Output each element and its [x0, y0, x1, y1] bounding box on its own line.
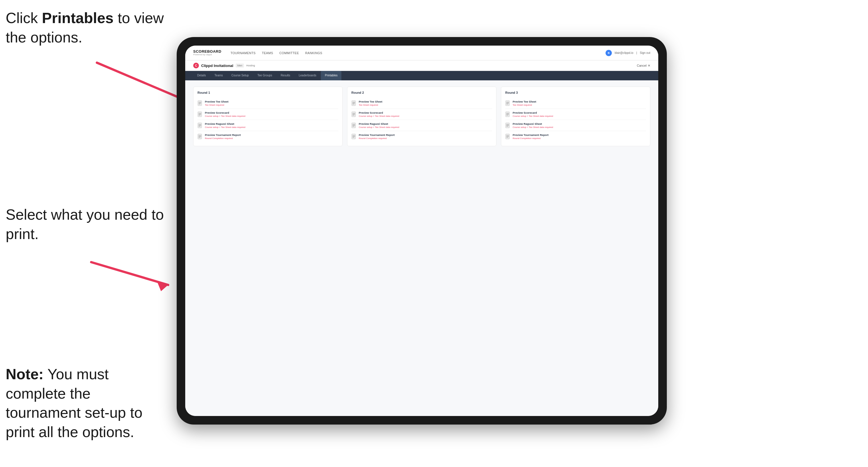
round-1-tournament-report-subtitle: Round Completion required — [205, 137, 338, 139]
round-2-raguzzi[interactable]: Preview Raguzzi Sheet Course setup + Tee… — [351, 120, 492, 131]
round-1-tee-sheet-subtitle: Tee Sheet required — [205, 104, 338, 106]
round-1-section: Round 1 Preview Tee Sheet Tee Sheet requ… — [193, 87, 343, 146]
tab-printables[interactable]: Printables — [321, 71, 341, 80]
round-2-raguzzi-title: Preview Raguzzi Sheet — [359, 122, 492, 125]
round-1-scorecard[interactable]: Preview Scorecard Course setup + Tee She… — [197, 109, 338, 120]
round-2-tee-sheet-subtitle: Tee Sheet required — [359, 104, 492, 106]
round-3-tee-sheet-subtitle: Tee Sheet required — [513, 104, 646, 106]
tab-tee-groups[interactable]: Tee Groups — [253, 71, 276, 80]
round-1-tee-sheet[interactable]: Preview Tee Sheet Tee Sheet required — [197, 98, 338, 109]
round-2-scorecard-text: Preview Scorecard Course setup + Tee She… — [359, 111, 492, 117]
nav-committee[interactable]: COMMITTEE — [279, 51, 299, 55]
tab-teams[interactable]: Teams — [211, 71, 227, 80]
round-1-title: Round 1 — [197, 91, 338, 94]
brand-sub: Powered by clippd — [193, 54, 221, 56]
document-icon — [351, 134, 356, 139]
tab-nav: Details Teams Course Setup Tee Groups Re… — [185, 71, 658, 80]
round-1-scorecard-title: Preview Scorecard — [205, 111, 338, 114]
brand: SCOREBOARD Powered by clippd — [193, 50, 221, 56]
round-2-tee-sheet-text: Preview Tee Sheet Tee Sheet required — [359, 100, 492, 106]
round-2-tee-sheet[interactable]: Preview Tee Sheet Tee Sheet required — [351, 98, 492, 109]
brand-title: SCOREBOARD — [193, 50, 221, 54]
tournament-badge: Men — [236, 64, 244, 67]
nav-teams[interactable]: TEAMS — [262, 51, 273, 55]
hosting-badge: Hosting — [246, 64, 255, 67]
tab-leaderboards[interactable]: Leaderboards — [294, 71, 320, 80]
document-icon — [351, 112, 356, 117]
nav-rankings[interactable]: RANKINGS — [305, 51, 322, 55]
document-icon — [505, 100, 510, 106]
top-nav: SCOREBOARD Powered by clippd TOURNAMENTS… — [185, 45, 658, 60]
sign-out-link[interactable]: Sign out — [640, 51, 650, 55]
tablet-device: SCOREBOARD Powered by clippd TOURNAMENTS… — [177, 37, 667, 425]
round-2-tournament-report-subtitle: Round Completion required — [359, 137, 492, 139]
round-3-tournament-report-title: Preview Tournament Report — [513, 133, 646, 136]
round-3-section: Round 3 Preview Tee Sheet Tee Sheet requ… — [501, 87, 650, 146]
round-3-scorecard-subtitle: Course setup + Tee Sheet data required — [513, 115, 646, 117]
tournament-header: C Clippd Invitational Men Hosting Cancel… — [185, 60, 658, 71]
round-2-tournament-report-title: Preview Tournament Report — [359, 133, 492, 136]
document-icon — [505, 134, 510, 139]
document-icon — [351, 100, 356, 106]
round-2-scorecard[interactable]: Preview Scorecard Course setup + Tee She… — [351, 109, 492, 120]
document-icon — [197, 112, 203, 117]
round-1-tournament-report-text: Preview Tournament Report Round Completi… — [205, 133, 338, 139]
instruction-bottom-bold: Note: — [6, 366, 43, 382]
round-1-raguzzi[interactable]: Preview Raguzzi Sheet Course setup + Tee… — [197, 120, 338, 131]
top-nav-right: B blair@clippd.io | Sign out — [606, 50, 650, 56]
round-1-raguzzi-text: Preview Raguzzi Sheet Course setup + Tee… — [205, 122, 338, 128]
round-3-raguzzi-title: Preview Raguzzi Sheet — [513, 122, 646, 125]
round-3-tournament-report-subtitle: Round Completion required — [513, 137, 646, 139]
round-2-scorecard-title: Preview Scorecard — [359, 111, 492, 114]
instruction-top-bold: Printables — [42, 10, 114, 26]
round-3-raguzzi[interactable]: Preview Raguzzi Sheet Course setup + Tee… — [505, 120, 646, 131]
document-icon — [505, 112, 510, 117]
document-icon — [197, 134, 203, 139]
round-2-raguzzi-subtitle: Course setup + Tee Sheet data required — [359, 126, 492, 128]
round-2-tournament-report-text: Preview Tournament Report Round Completi… — [359, 133, 492, 139]
round-3-tee-sheet[interactable]: Preview Tee Sheet Tee Sheet required — [505, 98, 646, 109]
round-1-tee-sheet-title: Preview Tee Sheet — [205, 100, 338, 103]
instruction-middle: Select what you need to print. — [6, 205, 165, 244]
round-1-raguzzi-subtitle: Course setup + Tee Sheet data required — [205, 126, 338, 128]
round-3-raguzzi-subtitle: Course setup + Tee Sheet data required — [513, 126, 646, 128]
round-3-tee-sheet-text: Preview Tee Sheet Tee Sheet required — [513, 100, 646, 106]
svg-line-2 — [91, 262, 168, 285]
round-2-scorecard-subtitle: Course setup + Tee Sheet data required — [359, 115, 492, 117]
close-icon: ✕ — [648, 64, 650, 67]
round-1-scorecard-text: Preview Scorecard Course setup + Tee She… — [205, 111, 338, 117]
tab-results[interactable]: Results — [277, 71, 294, 80]
round-2-tee-sheet-title: Preview Tee Sheet — [359, 100, 492, 103]
round-2-tournament-report[interactable]: Preview Tournament Report Round Completi… — [351, 131, 492, 142]
round-1-tee-sheet-text: Preview Tee Sheet Tee Sheet required — [205, 100, 338, 106]
instruction-top: Click Printables to view the options. — [6, 8, 165, 47]
document-icon — [197, 100, 203, 106]
user-avatar: B — [606, 50, 612, 56]
round-3-tee-sheet-title: Preview Tee Sheet — [513, 100, 646, 103]
arrow-middle — [80, 256, 180, 299]
cancel-button[interactable]: Cancel ✕ — [637, 64, 650, 67]
document-icon — [505, 123, 510, 128]
round-3-tournament-report[interactable]: Preview Tournament Report Round Completi… — [505, 131, 646, 142]
tournament-title: C Clippd Invitational Men Hosting — [193, 63, 255, 68]
main-content: Round 1 Preview Tee Sheet Tee Sheet requ… — [185, 80, 658, 416]
round-2-section: Round 2 Preview Tee Sheet Tee Sheet requ… — [347, 87, 496, 146]
round-1-scorecard-subtitle: Course setup + Tee Sheet data required — [205, 115, 338, 117]
round-3-scorecard-text: Preview Scorecard Course setup + Tee She… — [513, 111, 646, 117]
round-3-title: Round 3 — [505, 91, 646, 94]
round-1-tournament-report[interactable]: Preview Tournament Report Round Completi… — [197, 131, 338, 142]
tab-details[interactable]: Details — [193, 71, 210, 80]
round-1-raguzzi-title: Preview Raguzzi Sheet — [205, 122, 338, 125]
round-1-tournament-report-title: Preview Tournament Report — [205, 133, 338, 136]
clippd-logo: C — [193, 63, 199, 68]
tab-course-setup[interactable]: Course Setup — [227, 71, 253, 80]
document-icon — [197, 123, 203, 128]
tournament-name: Clippd Invitational — [201, 64, 234, 68]
round-2-title: Round 2 — [351, 91, 492, 94]
round-3-scorecard-title: Preview Scorecard — [513, 111, 646, 114]
top-nav-links: TOURNAMENTS TEAMS COMMITTEE RANKINGS — [230, 51, 322, 55]
nav-tournaments[interactable]: TOURNAMENTS — [230, 51, 256, 55]
separator: | — [636, 51, 637, 55]
rounds-grid: Round 1 Preview Tee Sheet Tee Sheet requ… — [193, 87, 650, 146]
round-3-scorecard[interactable]: Preview Scorecard Course setup + Tee She… — [505, 109, 646, 120]
